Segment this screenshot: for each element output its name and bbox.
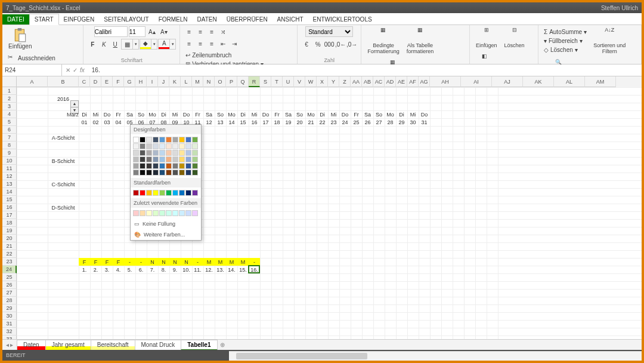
color-swatch[interactable] [133, 156, 139, 162]
column-header-X[interactable]: X [317, 76, 328, 87]
color-swatch[interactable] [185, 210, 191, 216]
cell[interactable]: 14. [226, 266, 237, 273]
color-swatch[interactable] [140, 156, 145, 162]
cell[interactable]: Mo [385, 110, 396, 118]
fx-icon[interactable]: fx [80, 67, 85, 73]
cell[interactable]: 12. [203, 266, 215, 273]
currency-button[interactable]: € [301, 39, 312, 50]
cell[interactable]: 13. [215, 266, 226, 273]
cell[interactable]: So [373, 110, 385, 118]
cell[interactable]: Mi [169, 110, 181, 118]
cell[interactable]: F [90, 258, 101, 266]
color-swatch[interactable] [146, 170, 152, 176]
color-swatch[interactable] [192, 150, 198, 156]
percent-button[interactable]: % [312, 39, 323, 50]
cell[interactable]: 18 [271, 118, 283, 126]
sheet-tab-monat-druck[interactable]: Monat Druck [135, 340, 182, 350]
color-swatch[interactable] [166, 137, 172, 143]
row-header-25[interactable]: 25 [2, 273, 17, 281]
format-as-table-button[interactable]: ▦Als Tabelle formatieren [404, 26, 436, 56]
cell[interactable]: A-Schicht [48, 134, 79, 141]
color-swatch[interactable] [146, 163, 152, 169]
column-header-J[interactable]: J [158, 76, 169, 87]
increase-font-button[interactable]: A▴ [147, 26, 157, 37]
color-swatch[interactable] [166, 170, 172, 176]
spinner-up[interactable]: ▲ [71, 101, 78, 107]
row-header-20[interactable]: 20 [2, 235, 17, 242]
color-swatch[interactable] [133, 163, 139, 169]
tab-view[interactable]: ANSICHT [273, 14, 308, 24]
column-header-Y[interactable]: Y [328, 76, 339, 87]
cell[interactable]: M [226, 258, 237, 266]
column-header-AL[interactable]: AL [554, 76, 585, 87]
color-swatch[interactable] [179, 150, 185, 156]
row-header-3[interactable]: 3 [2, 103, 17, 110]
tab-pagelayout[interactable]: SEITENLAYOUT [99, 14, 153, 24]
column-header-W[interactable]: W [305, 76, 317, 87]
underline-button[interactable]: U [110, 39, 120, 50]
font-name-select[interactable] [94, 26, 128, 37]
cut-button[interactable]: ✂Ausschneiden [6, 53, 69, 63]
cell[interactable]: 10. [181, 266, 192, 273]
cell[interactable]: 19 [283, 118, 294, 126]
year-spinner[interactable]: ▲▼ [70, 100, 79, 113]
column-header-AD[interactable]: AD [385, 76, 396, 87]
cell[interactable]: So [215, 110, 226, 118]
column-header-L[interactable]: L [181, 76, 192, 87]
delete-cells-button[interactable]: ⊟Löschen [502, 26, 527, 50]
decrease-decimal-button[interactable]: ,0→ [346, 39, 357, 50]
cell[interactable]: Di [237, 110, 249, 118]
cell[interactable]: 14 [226, 118, 237, 126]
cell[interactable]: 26 [362, 118, 373, 126]
cell[interactable]: F [79, 258, 90, 266]
color-swatch[interactable] [185, 170, 191, 176]
cell[interactable]: Do [419, 110, 430, 118]
color-swatch[interactable] [153, 150, 159, 156]
cell[interactable]: 17 [260, 118, 271, 126]
row-header-12[interactable]: 12 [2, 173, 17, 180]
cell[interactable]: Fr [271, 110, 283, 118]
border-button[interactable]: ▦▾ [121, 39, 139, 50]
column-header-AH[interactable]: AH [430, 76, 461, 87]
row-header-13[interactable]: 13 [2, 180, 17, 188]
column-header-N[interactable]: N [203, 76, 215, 87]
color-swatch[interactable] [192, 170, 198, 176]
cell[interactable]: F [113, 258, 124, 266]
color-swatch[interactable] [185, 190, 191, 196]
column-header-O[interactable]: O [215, 76, 226, 87]
sheet-nav-prev[interactable]: ◂ [6, 342, 9, 348]
cell[interactable]: F [101, 258, 113, 266]
color-swatch[interactable] [146, 156, 152, 162]
row-header-11[interactable]: 11 [2, 165, 17, 173]
color-swatch[interactable] [172, 170, 178, 176]
color-swatch[interactable] [133, 210, 139, 216]
column-headers[interactable]: ABCDEFGHIJKLMNOPQRSTUVWXYZAAABACADAEAFAG… [17, 76, 642, 87]
color-swatch[interactable] [159, 156, 165, 162]
column-header-M[interactable]: M [192, 76, 203, 87]
row-header-22[interactable]: 22 [2, 250, 17, 258]
row-header-18[interactable]: 18 [2, 219, 17, 227]
row-header-23[interactable]: 23 [2, 258, 17, 266]
color-swatch[interactable] [133, 170, 139, 176]
color-swatch[interactable] [140, 143, 145, 149]
color-swatch[interactable] [192, 156, 198, 162]
cell[interactable]: Mi [328, 110, 339, 118]
color-swatch[interactable] [140, 210, 145, 216]
cell[interactable]: 24 [339, 118, 351, 126]
column-header-Q[interactable]: Q [237, 76, 249, 87]
cancel-formula-icon[interactable]: ✕ [66, 67, 70, 73]
row-header-19[interactable]: 19 [2, 227, 17, 235]
cell[interactable]: Di [396, 110, 407, 118]
cell[interactable]: - [135, 258, 147, 266]
color-swatch[interactable] [192, 143, 198, 149]
color-swatch[interactable] [159, 210, 165, 216]
cell[interactable]: 6. [135, 266, 147, 273]
cell[interactable]: Sa [124, 110, 135, 118]
cell[interactable]: 20 [294, 118, 305, 126]
cell[interactable]: C-Schicht [48, 180, 79, 188]
color-swatch[interactable] [166, 190, 172, 196]
cell[interactable]: Mo [147, 110, 158, 118]
cell[interactable]: N [158, 258, 169, 266]
column-header-G[interactable]: G [124, 76, 135, 87]
cell[interactable]: N [181, 258, 192, 266]
